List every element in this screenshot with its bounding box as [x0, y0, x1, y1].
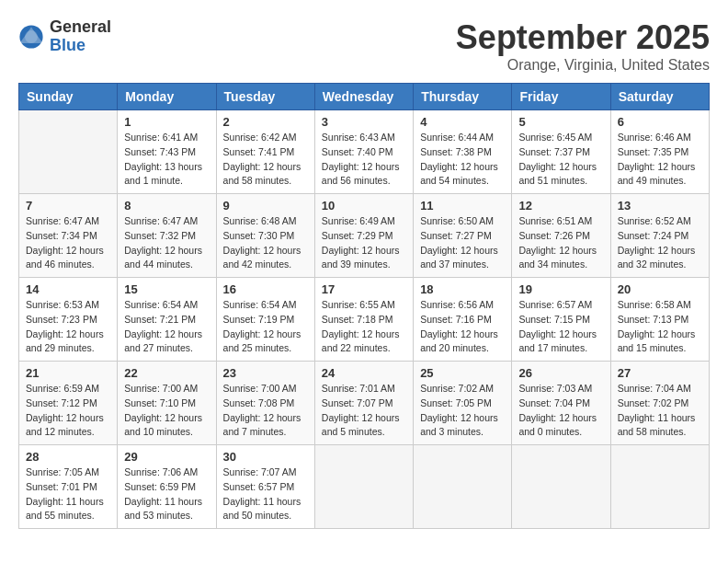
- calendar-cell: 17Sunrise: 6:55 AM Sunset: 7:18 PM Dayli…: [314, 278, 413, 362]
- calendar-cell: 27Sunrise: 7:04 AM Sunset: 7:02 PM Dayli…: [610, 362, 709, 445]
- calendar-cell: [314, 445, 413, 529]
- day-number: 8: [124, 199, 209, 213]
- day-number: 11: [420, 199, 505, 213]
- day-number: 3: [322, 115, 406, 129]
- day-of-week-wednesday: Wednesday: [314, 84, 413, 110]
- calendar-cell: 12Sunrise: 6:51 AM Sunset: 7:26 PM Dayli…: [512, 194, 610, 278]
- calendar-cell: [414, 445, 512, 529]
- calendar-cell: 13Sunrise: 6:52 AM Sunset: 7:24 PM Dayli…: [610, 194, 709, 278]
- day-number: 21: [26, 366, 110, 380]
- calendar-header-row: SundayMondayTuesdayWednesdayThursdayFrid…: [19, 84, 710, 110]
- day-number: 30: [223, 450, 308, 464]
- day-info: Sunrise: 6:43 AM Sunset: 7:40 PM Dayligh…: [322, 131, 406, 189]
- calendar-cell: 9Sunrise: 6:48 AM Sunset: 7:30 PM Daylig…: [216, 194, 314, 278]
- day-number: 17: [322, 282, 406, 296]
- calendar-cell: 8Sunrise: 6:47 AM Sunset: 7:32 PM Daylig…: [118, 194, 216, 278]
- day-number: 13: [618, 199, 702, 213]
- day-info: Sunrise: 6:56 AM Sunset: 7:16 PM Dayligh…: [420, 298, 505, 356]
- day-info: Sunrise: 6:55 AM Sunset: 7:18 PM Dayligh…: [322, 298, 406, 356]
- day-info: Sunrise: 7:02 AM Sunset: 7:05 PM Dayligh…: [420, 382, 505, 440]
- calendar-cell: [512, 445, 610, 529]
- calendar-cell: 20Sunrise: 6:58 AM Sunset: 7:13 PM Dayli…: [610, 278, 709, 362]
- calendar-cell: 28Sunrise: 7:05 AM Sunset: 7:01 PM Dayli…: [19, 445, 118, 529]
- title-block: September 2025 Orange, Virginia, United …: [456, 18, 710, 74]
- day-info: Sunrise: 6:41 AM Sunset: 7:43 PM Dayligh…: [124, 131, 209, 189]
- logo: General Blue: [18, 18, 111, 55]
- day-info: Sunrise: 6:45 AM Sunset: 7:37 PM Dayligh…: [518, 131, 603, 189]
- day-number: 1: [124, 115, 209, 129]
- logo-general-text: General: [50, 18, 111, 37]
- day-info: Sunrise: 7:07 AM Sunset: 6:57 PM Dayligh…: [223, 465, 308, 523]
- day-info: Sunrise: 6:59 AM Sunset: 7:12 PM Dayligh…: [26, 382, 110, 440]
- calendar-cell: 1Sunrise: 6:41 AM Sunset: 7:43 PM Daylig…: [118, 110, 216, 194]
- calendar-cell: 4Sunrise: 6:44 AM Sunset: 7:38 PM Daylig…: [414, 110, 512, 194]
- day-number: 29: [124, 450, 209, 464]
- calendar-cell: 26Sunrise: 7:03 AM Sunset: 7:04 PM Dayli…: [512, 362, 610, 445]
- calendar-cell: 2Sunrise: 6:42 AM Sunset: 7:41 PM Daylig…: [216, 110, 314, 194]
- day-number: 23: [223, 366, 308, 380]
- day-number: 9: [223, 199, 308, 213]
- day-info: Sunrise: 7:00 AM Sunset: 7:08 PM Dayligh…: [223, 382, 308, 440]
- day-info: Sunrise: 6:58 AM Sunset: 7:13 PM Dayligh…: [618, 298, 702, 356]
- calendar-cell: 21Sunrise: 6:59 AM Sunset: 7:12 PM Dayli…: [19, 362, 118, 445]
- day-of-week-friday: Friday: [512, 84, 610, 110]
- calendar-week-row: 28Sunrise: 7:05 AM Sunset: 7:01 PM Dayli…: [19, 445, 710, 529]
- day-number: 16: [223, 282, 308, 296]
- day-number: 26: [518, 366, 603, 380]
- calendar-week-row: 7Sunrise: 6:47 AM Sunset: 7:34 PM Daylig…: [19, 194, 710, 278]
- calendar-cell: 15Sunrise: 6:54 AM Sunset: 7:21 PM Dayli…: [118, 278, 216, 362]
- svg-point-2: [25, 30, 38, 43]
- calendar-cell: 10Sunrise: 6:49 AM Sunset: 7:29 PM Dayli…: [314, 194, 413, 278]
- month-title: September 2025: [456, 18, 710, 57]
- calendar-cell: 30Sunrise: 7:07 AM Sunset: 6:57 PM Dayli…: [216, 445, 314, 529]
- calendar-cell: 18Sunrise: 6:56 AM Sunset: 7:16 PM Dayli…: [414, 278, 512, 362]
- day-number: 25: [420, 366, 505, 380]
- calendar-cell: 19Sunrise: 6:57 AM Sunset: 7:15 PM Dayli…: [512, 278, 610, 362]
- day-info: Sunrise: 6:48 AM Sunset: 7:30 PM Dayligh…: [223, 214, 308, 272]
- logo-text: General Blue: [50, 18, 111, 55]
- day-number: 18: [420, 282, 505, 296]
- calendar-cell: 6Sunrise: 6:46 AM Sunset: 7:35 PM Daylig…: [610, 110, 709, 194]
- day-number: 5: [518, 115, 603, 129]
- day-info: Sunrise: 6:50 AM Sunset: 7:27 PM Dayligh…: [420, 214, 505, 272]
- day-number: 20: [618, 282, 702, 296]
- day-number: 14: [26, 282, 110, 296]
- day-info: Sunrise: 6:47 AM Sunset: 7:32 PM Dayligh…: [124, 214, 209, 272]
- calendar-cell: 23Sunrise: 7:00 AM Sunset: 7:08 PM Dayli…: [216, 362, 314, 445]
- day-of-week-tuesday: Tuesday: [216, 84, 314, 110]
- day-number: 12: [518, 199, 603, 213]
- day-number: 7: [26, 199, 110, 213]
- calendar-cell: 3Sunrise: 6:43 AM Sunset: 7:40 PM Daylig…: [314, 110, 413, 194]
- day-number: 27: [618, 366, 702, 380]
- calendar-week-row: 21Sunrise: 6:59 AM Sunset: 7:12 PM Dayli…: [19, 362, 710, 445]
- day-info: Sunrise: 7:04 AM Sunset: 7:02 PM Dayligh…: [618, 382, 702, 440]
- calendar-cell: 22Sunrise: 7:00 AM Sunset: 7:10 PM Dayli…: [118, 362, 216, 445]
- day-info: Sunrise: 6:49 AM Sunset: 7:29 PM Dayligh…: [322, 214, 406, 272]
- day-number: 10: [322, 199, 406, 213]
- day-info: Sunrise: 7:00 AM Sunset: 7:10 PM Dayligh…: [124, 382, 209, 440]
- calendar-cell: 5Sunrise: 6:45 AM Sunset: 7:37 PM Daylig…: [512, 110, 610, 194]
- calendar-cell: 11Sunrise: 6:50 AM Sunset: 7:27 PM Dayli…: [414, 194, 512, 278]
- logo-blue-text: Blue: [50, 37, 111, 55]
- day-of-week-monday: Monday: [118, 84, 216, 110]
- calendar-cell: [610, 445, 709, 529]
- calendar-table: SundayMondayTuesdayWednesdayThursdayFrid…: [18, 83, 710, 529]
- day-number: 19: [518, 282, 603, 296]
- logo-icon: [18, 24, 44, 50]
- day-info: Sunrise: 6:53 AM Sunset: 7:23 PM Dayligh…: [26, 298, 110, 356]
- day-number: 28: [26, 450, 110, 464]
- day-info: Sunrise: 6:57 AM Sunset: 7:15 PM Dayligh…: [518, 298, 603, 356]
- day-info: Sunrise: 7:03 AM Sunset: 7:04 PM Dayligh…: [518, 382, 603, 440]
- calendar-cell: 16Sunrise: 6:54 AM Sunset: 7:19 PM Dayli…: [216, 278, 314, 362]
- day-info: Sunrise: 7:01 AM Sunset: 7:07 PM Dayligh…: [322, 382, 406, 440]
- day-info: Sunrise: 6:44 AM Sunset: 7:38 PM Dayligh…: [420, 131, 505, 189]
- day-info: Sunrise: 6:52 AM Sunset: 7:24 PM Dayligh…: [618, 214, 702, 272]
- calendar-week-row: 1Sunrise: 6:41 AM Sunset: 7:43 PM Daylig…: [19, 110, 710, 194]
- location-text: Orange, Virginia, United States: [456, 57, 710, 74]
- day-info: Sunrise: 6:47 AM Sunset: 7:34 PM Dayligh…: [26, 214, 110, 272]
- calendar-week-row: 14Sunrise: 6:53 AM Sunset: 7:23 PM Dayli…: [19, 278, 710, 362]
- day-info: Sunrise: 7:05 AM Sunset: 7:01 PM Dayligh…: [26, 465, 110, 523]
- calendar-cell: 7Sunrise: 6:47 AM Sunset: 7:34 PM Daylig…: [19, 194, 118, 278]
- day-number: 15: [124, 282, 209, 296]
- day-info: Sunrise: 6:54 AM Sunset: 7:19 PM Dayligh…: [223, 298, 308, 356]
